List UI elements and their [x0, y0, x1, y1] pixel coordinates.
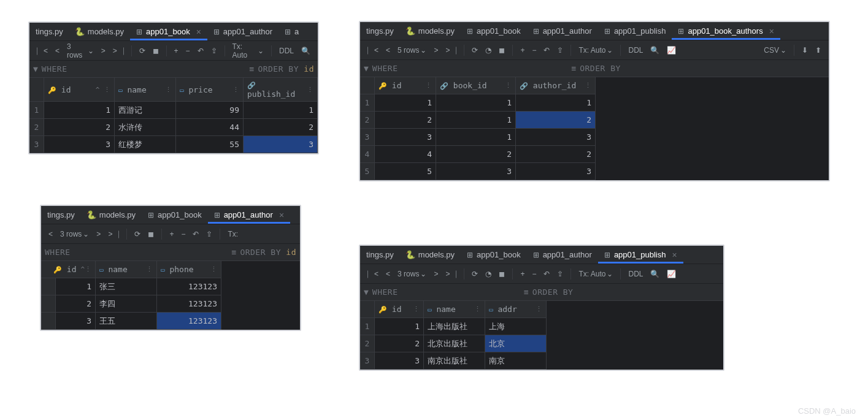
- cell[interactable]: 3: [436, 163, 516, 180]
- add-row-button[interactable]: +: [518, 44, 527, 57]
- add-row-button[interactable]: +: [172, 44, 181, 58]
- col-header-name[interactable]: ▭ name⋮: [424, 301, 485, 318]
- sort-icon[interactable]: ≡: [250, 64, 255, 74]
- cell[interactable]: 3: [50, 313, 96, 330]
- first-page-button[interactable]: ⎸<: [365, 44, 381, 57]
- next-page-button[interactable]: >: [94, 227, 103, 241]
- timer-icon[interactable]: ◔: [483, 44, 494, 57]
- order-by-label[interactable]: ORDER BY id: [258, 64, 314, 74]
- col-header-id[interactable]: 🔑 id^ ⋮: [44, 78, 115, 102]
- tx-dropdown[interactable]: Tx:: [225, 227, 240, 241]
- cell[interactable]: 1: [516, 94, 596, 112]
- tab-app01-book-authors[interactable]: ⊞app01_book_authors×: [672, 22, 780, 40]
- revert-button[interactable]: ↶: [541, 267, 552, 281]
- cell[interactable]: 99: [176, 102, 244, 119]
- cell[interactable]: 5: [375, 163, 436, 180]
- timer-icon[interactable]: ◔: [483, 267, 494, 281]
- col-header-id[interactable]: 🔑 id^⋮: [50, 261, 96, 278]
- tab-app01-publish[interactable]: ⊞app01_publish: [598, 22, 672, 40]
- csv-dropdown[interactable]: CSV ⌄: [761, 44, 789, 57]
- reload-button[interactable]: ⟳: [137, 44, 148, 58]
- cell[interactable]: 1: [436, 94, 516, 112]
- order-by-label[interactable]: ORDER BY: [532, 287, 574, 297]
- where-label[interactable]: WHERE: [372, 287, 398, 297]
- cell-selected[interactable]: 2: [516, 112, 596, 129]
- cell[interactable]: 西游记: [115, 102, 176, 119]
- cell[interactable]: 2: [44, 119, 115, 136]
- cell[interactable]: 1: [50, 278, 96, 295]
- tab-app01-author[interactable]: ⊞app01_author×: [208, 206, 290, 224]
- rows-dropdown[interactable]: 3 rows ⌄: [395, 267, 429, 281]
- close-icon[interactable]: ×: [769, 26, 774, 36]
- cell[interactable]: 1: [375, 94, 436, 112]
- reload-button[interactable]: ⟳: [469, 44, 480, 57]
- last-page-button[interactable]: >⎹: [443, 44, 459, 57]
- cell[interactable]: 2: [375, 335, 424, 352]
- col-header-addr[interactable]: ▭ addr⋮: [485, 301, 547, 318]
- col-header-id[interactable]: 🔑 id⋮: [375, 77, 436, 94]
- prev-page-button[interactable]: <: [53, 44, 62, 58]
- last-page-button[interactable]: >⎹: [106, 227, 121, 241]
- tab-models[interactable]: 🐍models.py: [81, 206, 142, 224]
- sort-icon[interactable]: ≡: [571, 64, 576, 73]
- where-label[interactable]: WHERE: [45, 248, 71, 257]
- tx-dropdown[interactable]: Tx: Auto ⌄: [576, 44, 615, 57]
- prev-page-button[interactable]: <: [383, 267, 393, 281]
- cell[interactable]: 1: [44, 102, 115, 119]
- cell[interactable]: 上海: [485, 318, 547, 335]
- add-row-button[interactable]: +: [167, 227, 176, 241]
- cell-selected[interactable]: 123123: [157, 313, 221, 330]
- upload-icon[interactable]: ⬆: [813, 44, 824, 57]
- commit-button[interactable]: ⇪: [204, 227, 215, 241]
- cell[interactable]: 南京: [485, 352, 547, 370]
- add-row-button[interactable]: +: [518, 267, 527, 281]
- tab-more[interactable]: ⊞a: [278, 23, 305, 40]
- col-header-name[interactable]: ▭ name⋮: [96, 261, 157, 278]
- cell[interactable]: 北京出版社: [424, 335, 485, 352]
- delete-row-button[interactable]: −: [179, 227, 188, 241]
- col-header-id[interactable]: 🔑 id⋮: [375, 301, 424, 318]
- rows-dropdown[interactable]: 5 rows ⌄: [395, 44, 429, 57]
- revert-button[interactable]: ↶: [190, 227, 201, 241]
- cell[interactable]: 2: [50, 295, 96, 313]
- tx-dropdown[interactable]: Tx: Auto ⌄: [229, 40, 266, 62]
- cell[interactable]: 55: [176, 136, 244, 153]
- rows-dropdown[interactable]: 3 rows ⌄: [64, 40, 96, 62]
- col-header-book-id[interactable]: 🔗 book_id⋮: [436, 77, 516, 94]
- first-page-button[interactable]: ⎸<: [34, 44, 50, 58]
- tab-app01-author[interactable]: ⊞app01_author: [527, 22, 598, 40]
- ddl-button[interactable]: DDL: [626, 267, 645, 281]
- tab-tings[interactable]: tings.py: [360, 22, 400, 40]
- cell[interactable]: 2: [375, 112, 436, 129]
- where-label[interactable]: WHERE: [372, 64, 398, 73]
- cell-selected[interactable]: 北京: [485, 335, 547, 352]
- cell[interactable]: 2: [516, 146, 596, 163]
- tab-app01-book[interactable]: ⊞app01_book: [461, 246, 527, 264]
- search-icon[interactable]: 🔍: [648, 44, 662, 57]
- ddl-button[interactable]: DDL: [626, 44, 645, 57]
- tab-app01-author[interactable]: ⊞app01_author: [527, 246, 598, 264]
- prev-page-button[interactable]: <: [383, 44, 393, 57]
- tab-app01-author[interactable]: ⊞app01_author: [207, 23, 278, 40]
- search-icon[interactable]: 🔍: [299, 44, 313, 58]
- tab-models[interactable]: 🐍models.py: [69, 23, 130, 40]
- cell[interactable]: 2: [436, 146, 516, 163]
- cell[interactable]: 1: [375, 318, 424, 335]
- tx-dropdown[interactable]: Tx: Auto ⌄: [576, 267, 615, 281]
- cell[interactable]: 南京出版社: [424, 352, 485, 370]
- cell[interactable]: 红楼梦: [115, 136, 176, 153]
- order-by-label[interactable]: ORDER BY id: [240, 248, 296, 257]
- col-header-price[interactable]: ▭ price⋮: [176, 78, 244, 102]
- cell[interactable]: 3: [516, 163, 596, 180]
- col-header-name[interactable]: ▭ name⋮: [115, 78, 176, 102]
- tab-app01-book[interactable]: ⊞app01_book×: [130, 23, 207, 40]
- first-page-button[interactable]: ⎸<: [365, 267, 381, 281]
- where-label[interactable]: WHERE: [42, 64, 67, 74]
- tab-app01-publish[interactable]: ⊞app01_publish×: [598, 246, 683, 264]
- cell[interactable]: 3: [375, 352, 424, 370]
- cell[interactable]: 123123: [157, 278, 221, 295]
- search-icon[interactable]: 🔍: [648, 267, 662, 281]
- cell[interactable]: 1: [244, 102, 318, 119]
- reload-button[interactable]: ⟳: [469, 267, 480, 281]
- chart-icon[interactable]: 📈: [664, 267, 678, 281]
